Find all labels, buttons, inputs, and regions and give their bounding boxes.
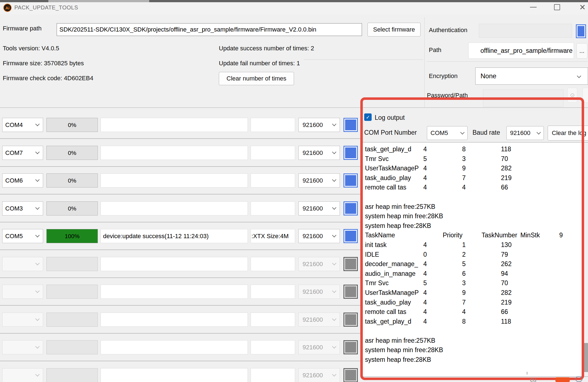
com-port-value: COM6 bbox=[5, 177, 23, 184]
minimize-icon bbox=[530, 7, 537, 7]
com-row: COM4 0% 921600 bbox=[0, 118, 362, 132]
status-message-field[interactable]: device:update success(11-12 11:24:03) bbox=[101, 229, 248, 243]
update-action-button[interactable] bbox=[343, 146, 358, 160]
info-field[interactable] bbox=[251, 257, 295, 271]
baud-rate-select[interactable]: 921600 bbox=[298, 173, 340, 188]
update-action-button[interactable] bbox=[343, 340, 358, 354]
baud-rate-value: 921600 bbox=[303, 344, 323, 351]
tools-version-text: Tools version: V4.0.5 bbox=[3, 45, 59, 52]
com-port-select[interactable]: COM3 bbox=[2, 201, 43, 215]
log-output-area[interactable]: task_get_play_d 4 8 118 Tmr Svc 5 3 70 U… bbox=[363, 142, 588, 377]
row-separator bbox=[0, 250, 362, 250]
com-port-select[interactable]: COM7 bbox=[2, 146, 43, 160]
com-port-select[interactable] bbox=[2, 257, 43, 271]
progress-bar: 0% bbox=[46, 118, 98, 132]
com-port-select[interactable]: COM6 bbox=[2, 173, 43, 188]
com-port-select[interactable] bbox=[2, 313, 43, 327]
update-action-button[interactable] bbox=[343, 285, 358, 299]
update-action-button[interactable] bbox=[343, 257, 358, 271]
log-scrollbar-thumb[interactable] bbox=[584, 343, 588, 372]
com-port-select[interactable]: COM4 bbox=[2, 118, 43, 132]
com-row: COM7 0% 921600 bbox=[0, 146, 362, 160]
authentication-field[interactable] bbox=[479, 24, 572, 38]
path-label: Path bbox=[429, 46, 441, 54]
baud-rate-select[interactable]: 921600 bbox=[298, 313, 340, 327]
log-output-checkbox[interactable]: ✓ bbox=[364, 113, 372, 121]
update-action-button[interactable] bbox=[343, 201, 358, 215]
log-output-label: Log output bbox=[375, 114, 405, 121]
info-field[interactable] bbox=[251, 340, 295, 354]
firmware-path-label: Firmware path bbox=[3, 25, 42, 32]
update-action-button[interactable] bbox=[343, 368, 358, 382]
browse-path-button[interactable]: ... bbox=[576, 43, 587, 59]
authentication-action-button[interactable] bbox=[576, 24, 586, 38]
chevron-down-icon bbox=[332, 344, 337, 349]
chevron-down-icon bbox=[35, 317, 40, 321]
log-com-port-value: COM5 bbox=[431, 129, 448, 137]
status-message-field[interactable] bbox=[101, 146, 248, 160]
app-window: Ai PACK_UPDATE_TOOLS ✕ Firmware path SDK… bbox=[0, 0, 588, 382]
info-field[interactable]: :XTX Size:4M bbox=[251, 229, 295, 243]
info-field[interactable] bbox=[251, 368, 295, 382]
baud-rate-select[interactable]: 921600 bbox=[298, 146, 340, 160]
annotation-arrow-fragment bbox=[555, 377, 570, 382]
info-field[interactable] bbox=[251, 118, 295, 132]
password-path-field[interactable] bbox=[483, 90, 563, 107]
minimize-button[interactable] bbox=[527, 2, 540, 13]
status-message-field[interactable] bbox=[101, 173, 248, 188]
com-port-select[interactable] bbox=[2, 285, 43, 299]
info-field[interactable] bbox=[251, 201, 295, 215]
baud-rate-select[interactable]: 921600 bbox=[298, 368, 340, 382]
path-input[interactable]: offline_asr_pro_sample/firmware bbox=[468, 43, 574, 59]
status-message-field[interactable] bbox=[101, 257, 248, 271]
progress-bar: 0% bbox=[46, 173, 98, 188]
close-button[interactable]: ✕ bbox=[576, 2, 588, 13]
status-message-field[interactable] bbox=[101, 340, 248, 354]
update-action-button[interactable] bbox=[343, 118, 358, 132]
baud-rate-select[interactable]: 921600 bbox=[298, 285, 340, 299]
com-port-select[interactable]: COM5 bbox=[2, 229, 43, 243]
info-field[interactable] bbox=[251, 313, 295, 327]
update-action-button[interactable] bbox=[343, 173, 358, 188]
baud-rate-value: 921600 bbox=[303, 177, 323, 184]
select-firmware-button[interactable]: Select firmware bbox=[368, 23, 421, 37]
chevron-down-icon bbox=[35, 150, 40, 154]
status-message-field[interactable] bbox=[101, 285, 248, 299]
status-message-field[interactable] bbox=[101, 201, 248, 215]
baud-rate-select[interactable]: 921600 bbox=[298, 118, 340, 132]
chevron-down-icon bbox=[35, 289, 40, 293]
info-field[interactable] bbox=[251, 285, 295, 299]
com-port-select[interactable] bbox=[2, 368, 43, 382]
com-row: COM3 0% 921600 bbox=[0, 201, 362, 215]
baud-rate-select[interactable]: 921600 bbox=[298, 257, 340, 271]
status-message-field[interactable] bbox=[101, 313, 248, 327]
password-browse-button[interactable] bbox=[582, 88, 588, 103]
progress-bar bbox=[46, 285, 98, 299]
log-baud-rate-select[interactable]: 921600 bbox=[506, 126, 544, 140]
chevron-down-icon bbox=[332, 206, 337, 210]
firmware-path-input[interactable]: SDK/202511-SDK/CI130X_SDK/projects/offli… bbox=[57, 23, 362, 36]
update-action-button[interactable] bbox=[343, 229, 358, 243]
log-scrollbar-track[interactable] bbox=[584, 142, 588, 376]
encryption-select[interactable]: None bbox=[475, 67, 588, 85]
window-top-edge-highlight bbox=[48, 0, 149, 2]
status-message-field[interactable] bbox=[101, 368, 248, 382]
log-com-port-select[interactable]: COM5 bbox=[427, 126, 468, 140]
status-message-field[interactable] bbox=[101, 118, 248, 132]
com-port-value: COM7 bbox=[5, 149, 23, 157]
info-field[interactable] bbox=[251, 173, 295, 188]
clear-number-of-times-button[interactable]: Clear number of times bbox=[219, 72, 294, 85]
update-action-button[interactable] bbox=[343, 313, 358, 327]
maximize-button[interactable] bbox=[551, 2, 563, 13]
progress-bar bbox=[46, 313, 98, 327]
chevron-down-icon bbox=[332, 122, 337, 126]
com-row: 921600 bbox=[0, 368, 362, 382]
show-password-button[interactable] bbox=[567, 88, 577, 103]
baud-rate-select[interactable]: 921600 bbox=[298, 229, 340, 243]
baud-rate-select[interactable]: 921600 bbox=[298, 340, 340, 354]
com-port-select[interactable] bbox=[2, 340, 43, 354]
eye-icon bbox=[571, 93, 574, 97]
info-field[interactable] bbox=[251, 146, 295, 160]
clear-log-button[interactable]: Clear the log bbox=[548, 126, 588, 141]
baud-rate-select[interactable]: 921600 bbox=[298, 201, 340, 215]
